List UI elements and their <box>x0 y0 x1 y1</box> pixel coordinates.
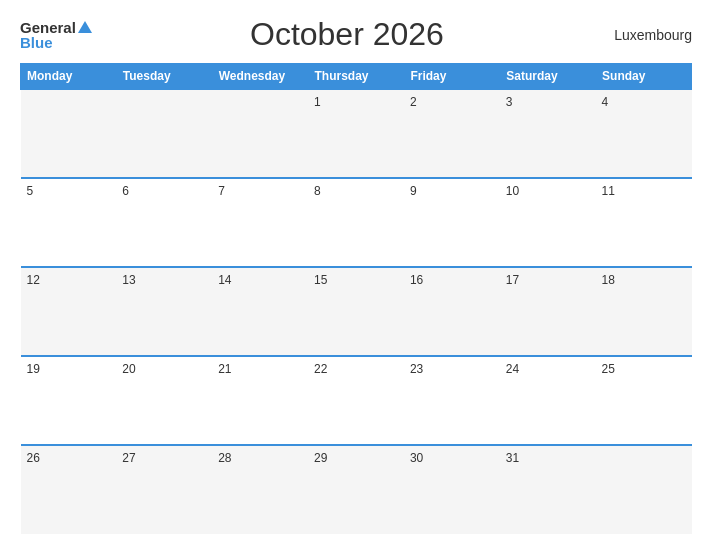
day-number: 15 <box>314 273 327 287</box>
day-number: 9 <box>410 184 417 198</box>
calendar-day-12: 12 <box>21 267 117 356</box>
calendar-day-29: 29 <box>308 445 404 534</box>
day-number: 14 <box>218 273 231 287</box>
calendar-empty-cell <box>212 89 308 178</box>
day-number: 22 <box>314 362 327 376</box>
day-number: 25 <box>602 362 615 376</box>
day-number: 1 <box>314 95 321 109</box>
calendar-day-14: 14 <box>212 267 308 356</box>
day-number: 8 <box>314 184 321 198</box>
day-number: 10 <box>506 184 519 198</box>
day-number: 3 <box>506 95 513 109</box>
day-number: 2 <box>410 95 417 109</box>
col-header-saturday: Saturday <box>500 64 596 90</box>
day-number: 5 <box>27 184 34 198</box>
calendar-day-16: 16 <box>404 267 500 356</box>
calendar-day-30: 30 <box>404 445 500 534</box>
calendar-day-22: 22 <box>308 356 404 445</box>
day-number: 7 <box>218 184 225 198</box>
logo-triangle-icon <box>78 21 92 33</box>
calendar-day-13: 13 <box>116 267 212 356</box>
calendar-day-3: 3 <box>500 89 596 178</box>
col-header-wednesday: Wednesday <box>212 64 308 90</box>
day-number: 28 <box>218 451 231 465</box>
calendar-day-1: 1 <box>308 89 404 178</box>
day-number: 12 <box>27 273 40 287</box>
day-number: 23 <box>410 362 423 376</box>
calendar-day-4: 4 <box>596 89 692 178</box>
calendar-week-row: 567891011 <box>21 178 692 267</box>
calendar-day-19: 19 <box>21 356 117 445</box>
calendar-day-8: 8 <box>308 178 404 267</box>
calendar-day-21: 21 <box>212 356 308 445</box>
col-header-friday: Friday <box>404 64 500 90</box>
calendar-day-31: 31 <box>500 445 596 534</box>
calendar-week-row: 19202122232425 <box>21 356 692 445</box>
col-header-thursday: Thursday <box>308 64 404 90</box>
day-number: 20 <box>122 362 135 376</box>
calendar-day-28: 28 <box>212 445 308 534</box>
logo-blue-text: Blue <box>20 35 53 50</box>
calendar-day-2: 2 <box>404 89 500 178</box>
logo-general-text: General <box>20 20 76 35</box>
day-number: 26 <box>27 451 40 465</box>
day-number: 18 <box>602 273 615 287</box>
day-number: 24 <box>506 362 519 376</box>
day-number: 30 <box>410 451 423 465</box>
day-number: 11 <box>602 184 615 198</box>
calendar-day-5: 5 <box>21 178 117 267</box>
calendar-header: General Blue October 2026 Luxembourg <box>20 16 692 53</box>
calendar-day-6: 6 <box>116 178 212 267</box>
calendar-title: October 2026 <box>92 16 602 53</box>
calendar-day-27: 27 <box>116 445 212 534</box>
col-header-monday: Monday <box>21 64 117 90</box>
day-number: 6 <box>122 184 129 198</box>
day-number: 4 <box>602 95 609 109</box>
day-number: 21 <box>218 362 231 376</box>
day-number: 13 <box>122 273 135 287</box>
day-number: 19 <box>27 362 40 376</box>
col-header-tuesday: Tuesday <box>116 64 212 90</box>
calendar-header-row: MondayTuesdayWednesdayThursdayFridaySatu… <box>21 64 692 90</box>
calendar-day-25: 25 <box>596 356 692 445</box>
calendar-day-23: 23 <box>404 356 500 445</box>
calendar-day-10: 10 <box>500 178 596 267</box>
calendar-day-9: 9 <box>404 178 500 267</box>
calendar-empty-cell <box>596 445 692 534</box>
day-number: 16 <box>410 273 423 287</box>
calendar-day-20: 20 <box>116 356 212 445</box>
day-number: 27 <box>122 451 135 465</box>
logo: General Blue <box>20 20 92 50</box>
calendar-day-7: 7 <box>212 178 308 267</box>
calendar-week-row: 262728293031 <box>21 445 692 534</box>
calendar-day-24: 24 <box>500 356 596 445</box>
calendar-week-row: 1234 <box>21 89 692 178</box>
calendar-empty-cell <box>116 89 212 178</box>
calendar-empty-cell <box>21 89 117 178</box>
calendar-day-18: 18 <box>596 267 692 356</box>
col-header-sunday: Sunday <box>596 64 692 90</box>
calendar-day-26: 26 <box>21 445 117 534</box>
country-label: Luxembourg <box>602 27 692 43</box>
calendar-day-11: 11 <box>596 178 692 267</box>
calendar-week-row: 12131415161718 <box>21 267 692 356</box>
day-number: 29 <box>314 451 327 465</box>
calendar-day-17: 17 <box>500 267 596 356</box>
calendar-day-15: 15 <box>308 267 404 356</box>
day-number: 17 <box>506 273 519 287</box>
day-number: 31 <box>506 451 519 465</box>
calendar-table: MondayTuesdayWednesdayThursdayFridaySatu… <box>20 63 692 534</box>
